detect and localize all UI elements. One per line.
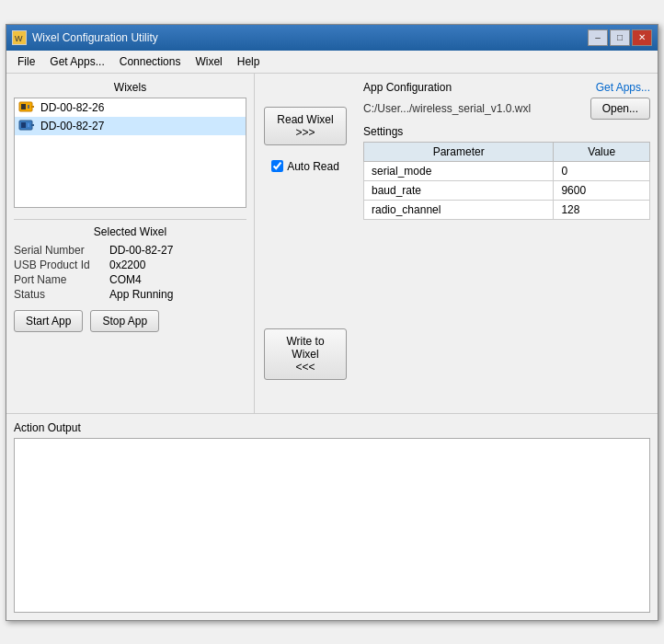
settings-label: Settings bbox=[363, 125, 650, 138]
read-wixel-arrows: >>> bbox=[272, 126, 338, 139]
wixels-section-label: Wixels bbox=[14, 81, 246, 94]
param-0: serial_mode bbox=[364, 161, 554, 180]
minimize-button[interactable]: – bbox=[588, 29, 608, 46]
wixel-id-0: DD-00-82-26 bbox=[40, 101, 104, 114]
wixel-id-1: DD-00-82-27 bbox=[40, 120, 104, 132]
middle-panel: Read Wixel >>> Auto Read Write to Wixel … bbox=[255, 74, 356, 413]
status-value: App Running bbox=[109, 288, 173, 301]
stop-app-button[interactable]: Stop App bbox=[90, 310, 159, 332]
close-button[interactable]: ✕ bbox=[632, 29, 652, 46]
svg-rect-4 bbox=[28, 105, 29, 109]
param-1: baud_rate bbox=[364, 180, 554, 200]
wixel-item-0[interactable]: DD-00-82-26 bbox=[15, 98, 246, 117]
menu-file[interactable]: File bbox=[10, 52, 42, 71]
app-config-label: App Configuration bbox=[363, 81, 452, 94]
write-wixel-arrows: <<< bbox=[272, 361, 338, 374]
auto-read-checkbox[interactable] bbox=[271, 160, 283, 172]
svg-rect-5 bbox=[31, 106, 34, 108]
usb-value: 0x2200 bbox=[109, 259, 145, 271]
file-path-row: C:/User.../wireless_serial_v1.0.wxl Open… bbox=[363, 98, 650, 120]
main-window: W Wixel Configuration Utility – □ ✕ File… bbox=[6, 24, 658, 621]
svg-rect-9 bbox=[31, 124, 34, 126]
action-output-label: Action Output bbox=[14, 421, 650, 434]
svg-rect-8 bbox=[28, 123, 29, 127]
read-wixel-button[interactable]: Read Wixel >>> bbox=[264, 107, 347, 145]
menu-get-apps[interactable]: Get Apps... bbox=[42, 52, 111, 71]
action-buttons: Start App Stop App bbox=[14, 310, 246, 332]
wixel-list[interactable]: DD-00-82-26 DD-00-82-27 bbox=[14, 98, 246, 208]
port-value: COM4 bbox=[109, 273, 142, 286]
value-2[interactable]: 128 bbox=[554, 200, 650, 219]
write-wixel-button[interactable]: Write to Wixel <<< bbox=[264, 328, 347, 380]
title-controls: – □ ✕ bbox=[588, 29, 652, 46]
selected-wixel-section: Selected Wixel Serial Number DD-00-82-27… bbox=[14, 219, 246, 332]
value-0[interactable]: 0 bbox=[554, 161, 650, 180]
info-row-serial: Serial Number DD-00-82-27 bbox=[14, 244, 246, 257]
bottom-section: Action Output bbox=[6, 414, 658, 620]
param-2: radio_channel bbox=[364, 200, 554, 219]
table-row[interactable]: radio_channel 128 bbox=[364, 200, 650, 219]
auto-read-row[interactable]: Auto Read bbox=[271, 160, 339, 173]
open-button[interactable]: Open... bbox=[590, 98, 650, 120]
table-row[interactable]: serial_mode 0 bbox=[364, 161, 650, 180]
col-header-parameter: Parameter bbox=[364, 142, 554, 161]
svg-rect-7 bbox=[21, 122, 26, 128]
left-panel: Wixels DD-00-82-26 bbox=[6, 74, 255, 413]
auto-read-label: Auto Read bbox=[287, 160, 339, 173]
app-icon: W bbox=[12, 30, 27, 45]
info-row-port: Port Name COM4 bbox=[14, 273, 246, 286]
wixel-icon-0 bbox=[18, 100, 35, 115]
right-panel: App Configuration Get Apps... C:/User...… bbox=[356, 74, 658, 413]
write-wixel-label: Write to Wixel bbox=[272, 335, 338, 361]
get-apps-link[interactable]: Get Apps... bbox=[596, 81, 650, 94]
wixel-icon-1 bbox=[18, 119, 35, 133]
info-row-usb: USB Product Id 0x2200 bbox=[14, 259, 246, 271]
svg-rect-3 bbox=[21, 104, 26, 109]
app-config-header: App Configuration Get Apps... bbox=[363, 81, 650, 94]
start-app-button[interactable]: Start App bbox=[14, 310, 83, 332]
menu-connections[interactable]: Connections bbox=[112, 52, 189, 71]
file-path: C:/User.../wireless_serial_v1.0.wxl bbox=[363, 102, 531, 115]
serial-value: DD-00-82-27 bbox=[109, 244, 173, 257]
status-key: Status bbox=[14, 288, 106, 301]
table-row[interactable]: baud_rate 9600 bbox=[364, 180, 650, 200]
window-title: Wixel Configuration Utility bbox=[32, 31, 158, 44]
maximize-button[interactable]: □ bbox=[610, 29, 630, 46]
port-key: Port Name bbox=[14, 273, 106, 286]
menu-help[interactable]: Help bbox=[230, 52, 268, 71]
settings-table: Parameter Value serial_mode 0 baud_rate … bbox=[363, 142, 650, 220]
action-output-box[interactable] bbox=[14, 438, 650, 613]
menu-bar: File Get Apps... Connections Wixel Help bbox=[6, 51, 658, 74]
selected-wixel-label: Selected Wixel bbox=[14, 225, 246, 238]
middle-content: Read Wixel >>> Auto Read Write to Wixel … bbox=[257, 92, 354, 395]
usb-key: USB Product Id bbox=[14, 259, 106, 271]
col-header-value: Value bbox=[554, 142, 650, 161]
value-1[interactable]: 9600 bbox=[554, 180, 650, 200]
title-bar-left: W Wixel Configuration Utility bbox=[12, 30, 158, 45]
svg-text:W: W bbox=[15, 34, 23, 43]
info-row-status: Status App Running bbox=[14, 288, 246, 301]
serial-key: Serial Number bbox=[14, 244, 106, 257]
menu-wixel[interactable]: Wixel bbox=[188, 52, 229, 71]
main-content: Wixels DD-00-82-26 bbox=[6, 74, 658, 414]
wixel-item-1[interactable]: DD-00-82-27 bbox=[15, 117, 246, 135]
read-wixel-label: Read Wixel bbox=[272, 113, 338, 126]
title-bar: W Wixel Configuration Utility – □ ✕ bbox=[6, 25, 658, 51]
